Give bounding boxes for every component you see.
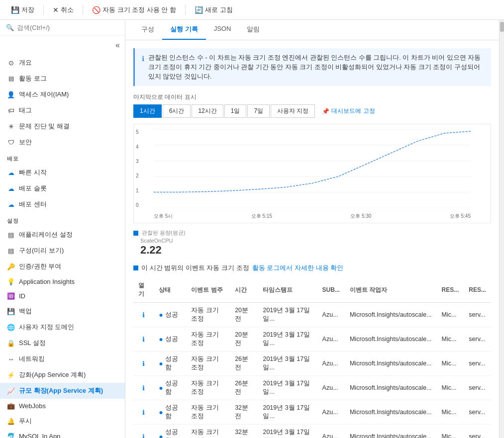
cell-status: ● 성공함 <box>154 400 186 425</box>
cell-sub: Azu... <box>317 425 345 438</box>
app-settings-icon: ▤ <box>7 231 15 239</box>
tab-run-history[interactable]: 실행 기록 <box>162 20 206 40</box>
status-icon: ● <box>159 384 163 392</box>
sidebar-item-networking[interactable]: ↔ 네트워킹 <box>0 351 125 367</box>
sidebar-item-iam[interactable]: 👤 액세스 제어(IAM) <box>0 87 125 102</box>
table-row[interactable]: ℹ ● 성공 자동 크기 조정 20분 전 2019년 3월 17일 일... … <box>133 303 491 327</box>
backup-icon: 💾 <box>7 308 15 315</box>
cell-time: 32분 전 <box>230 425 258 438</box>
pin-to-dashboard-button[interactable]: 📌 대시보드에 고정 <box>322 107 375 115</box>
tab-alerts[interactable]: 알림 <box>239 20 268 40</box>
custom-domain-icon: 🌐 <box>7 324 15 331</box>
sidebar-item-auth[interactable]: 🔑 인증/권한 부여 <box>0 259 125 274</box>
cell-timestamp: 2019년 3월 17일 일... <box>258 327 317 351</box>
sidebar-item-identity[interactable]: 🆔 ID <box>0 289 125 303</box>
sidebar-item-diagnose[interactable]: ✳ 문제 진단 및 해결 <box>0 118 125 134</box>
sidebar-item-application-insights[interactable]: 💡 Application Insights <box>0 274 125 289</box>
sidebar-item-scale-up[interactable]: ⚡ 강화(App Service 계획) <box>0 367 125 383</box>
cell-sub: Azu... <box>317 351 345 376</box>
cell-open[interactable]: ℹ <box>133 303 154 327</box>
cell-res2: serv... <box>464 351 491 376</box>
sidebar-collapse-button[interactable]: « <box>112 38 123 53</box>
time-btn-1h[interactable]: 1시간 <box>133 104 162 118</box>
refresh-button[interactable]: 🔄 새로 고침 <box>190 3 238 16</box>
time-btn-custom[interactable]: 사용자 지정 <box>271 104 315 118</box>
sidebar-item-quickstart[interactable]: ☁ 빠른 시작 <box>0 165 125 180</box>
cell-res1: Mic... <box>437 303 464 327</box>
sidebar-item-activity-log[interactable]: ▤ 활동 로그 <box>0 71 125 87</box>
security-icon: 🛡 <box>7 139 15 146</box>
cell-sub: Azu... <box>317 400 345 425</box>
cell-operator: Microsoft.Insights/autoscale... <box>345 351 437 376</box>
sidebar-item-webjobs[interactable]: 💼 WebJobs <box>0 399 125 413</box>
time-btn-7d[interactable]: 7일 <box>247 104 270 118</box>
col-header-res2: RES... <box>464 277 491 303</box>
cell-res1: Mic... <box>437 425 464 438</box>
sidebar-item-overview[interactable]: ⊙ 개요 <box>0 55 125 71</box>
tab-json[interactable]: JSON <box>206 20 239 40</box>
cell-open[interactable]: ℹ <box>133 327 154 351</box>
sidebar-item-backup[interactable]: 💾 백업 <box>0 303 125 319</box>
sidebar-item-deploy-slots[interactable]: ☁ 배포 슬롯 <box>0 180 125 196</box>
mysql-icon: 🐬 <box>7 433 15 438</box>
cell-open[interactable]: ℹ <box>133 351 154 376</box>
sidebar-item-mysql[interactable]: 🐬 MySQL In App <box>0 429 125 438</box>
table-row[interactable]: ℹ ● 성공함 자동 크기 조정 26분 전 2019년 3월 17일 일...… <box>133 376 491 400</box>
table-row[interactable]: ℹ ● 성공 자동 크기 조정 20분 전 2019년 3월 17일 일... … <box>133 327 491 351</box>
col-header-operator: 이벤트 작업자 <box>345 277 437 303</box>
auth-icon: 🔑 <box>7 263 15 270</box>
time-btn-12h[interactable]: 12시간 <box>192 104 223 118</box>
sidebar-section-settings: ▤ 애플리케이션 설정 ▤ 구성(미리 보기) 🔑 인증/권한 부여 💡 App… <box>0 227 125 438</box>
content-scrollbar[interactable] <box>499 20 504 438</box>
sidebar-section-deploy-label: 배포 <box>0 150 125 165</box>
cell-open[interactable]: ℹ <box>133 425 154 438</box>
table-row[interactable]: ℹ ● 성공함 자동 크기 조정 26분 전 2019년 3월 17일 일...… <box>133 351 491 376</box>
table-row[interactable]: ℹ ● 성공함 자동 크기 조정 32분 전 2019년 3월 17일 일...… <box>133 425 491 438</box>
sidebar-item-app-settings[interactable]: ▤ 애플리케이션 설정 <box>0 227 125 243</box>
sidebar-item-ssl[interactable]: 🔒 SSL 설정 <box>0 335 125 351</box>
table-row[interactable]: ℹ ● 성공함 자동 크기 조정 32분 전 2019년 3월 17일 일...… <box>133 400 491 425</box>
cell-res2: serv... <box>464 376 491 400</box>
autoscale-disable-button[interactable]: 🚫 자동 크기 조정 사용 안 함 <box>87 3 181 16</box>
cell-res2: serv... <box>464 425 491 438</box>
sidebar-item-push[interactable]: 🔔 푸시 <box>0 413 125 429</box>
ssl-icon: 🔒 <box>7 340 15 347</box>
config-icon: ▤ <box>7 247 15 255</box>
cancel-icon: ✕ <box>53 6 59 14</box>
sidebar: 🔍 « ⊙ 개요 ▤ 활동 로그 👤 액세스 제어(IAM) 🏷 태그 <box>0 20 125 438</box>
cell-time: 20분 전 <box>230 327 258 351</box>
cell-sub: Azu... <box>317 376 345 400</box>
sidebar-item-deploy-center[interactable]: ☁ 배포 센터 <box>0 196 125 212</box>
cell-res1: Mic... <box>437 376 464 400</box>
cell-open[interactable]: ℹ <box>133 376 154 400</box>
sidebar-item-security[interactable]: 🛡 보안 <box>0 134 125 150</box>
cell-category: 자동 크기 조정 <box>186 425 230 438</box>
chart-container: 5 4 3 2 1 0 <box>133 124 491 223</box>
cell-open[interactable]: ℹ <box>133 400 154 425</box>
tab-config[interactable]: 구성 <box>133 20 162 40</box>
sidebar-item-config[interactable]: ▤ 구성(미리 보기) <box>0 243 125 259</box>
activity-log-link[interactable]: 활동 로그에서 자세한 내용 확인 <box>252 263 343 272</box>
chart-legend-sublabel: ScaleOnCPU <box>140 238 491 244</box>
chart-y-labels: 5 4 3 2 1 0 <box>136 129 139 208</box>
cell-time: 26분 전 <box>230 351 258 376</box>
sidebar-item-custom-domain[interactable]: 🌐 사용자 지정 도메인 <box>0 319 125 335</box>
search-input[interactable] <box>17 24 119 31</box>
content-scroll: ℹ 관찰된 인스턴스 수 - 이 차트는 자동 크기 조정 엔진에서 관찰된 인… <box>125 40 499 438</box>
sidebar-item-tags[interactable]: 🏷 태그 <box>0 102 125 118</box>
toolbar-divider-3 <box>185 5 186 15</box>
time-btn-6h[interactable]: 6시간 <box>163 104 191 118</box>
status-icon: ● <box>159 433 163 438</box>
sidebar-item-scale-out[interactable]: 📈 규모 확장(App Service 계획) <box>0 383 125 399</box>
chart-legend-value: 2.22 <box>140 244 491 257</box>
time-selector-section: 마지막으로 데이터 표시 1시간 6시간 12시간 1일 7일 사용자 지정 📌… <box>133 93 491 118</box>
legend-color-box <box>133 231 138 236</box>
time-btn-1d[interactable]: 1일 <box>224 104 247 118</box>
deploy-slots-icon: ☁ <box>7 185 15 192</box>
chart-svg <box>154 129 471 208</box>
cancel-button[interactable]: ✕ 취소 <box>48 3 79 16</box>
scale-events-header: 이 시간 범위의 이벤트 자동 크기 조정 활동 로그에서 자세한 내용 확인 <box>133 263 491 272</box>
time-buttons-container: 1시간 6시간 12시간 1일 7일 사용자 지정 📌 대시보드에 고정 <box>133 104 491 118</box>
cell-category: 자동 크기 조정 <box>186 303 230 327</box>
save-button[interactable]: 💾 저장 <box>6 3 39 16</box>
